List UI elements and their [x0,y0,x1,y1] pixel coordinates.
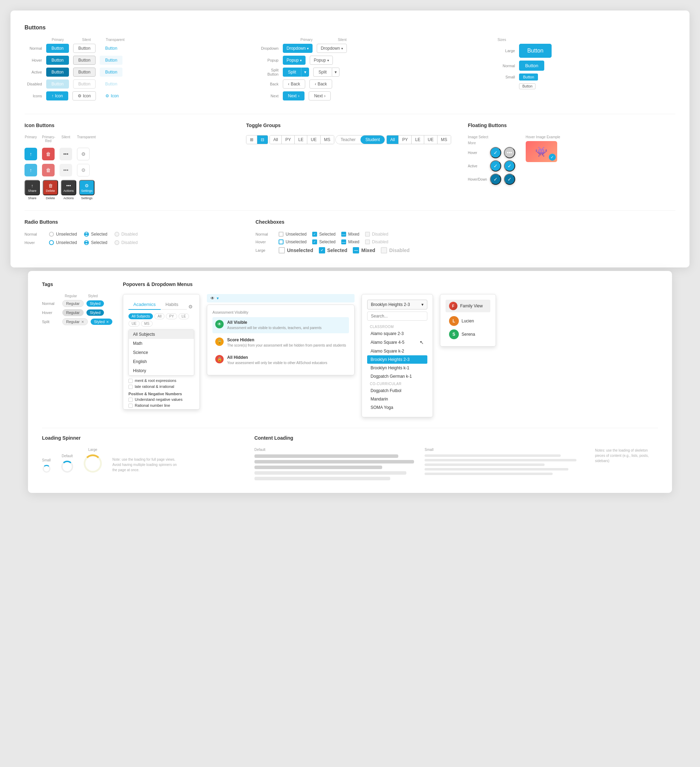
visibility-all-visible[interactable]: 👁 All Visible Assessment will be visible… [212,317,349,333]
family-member-lucien[interactable]: L Lucien [445,314,490,328]
classroom-item-1[interactable]: Alamo square 2-3 [367,329,427,338]
tag-regular-hover[interactable]: Regular [62,309,84,316]
filter-ms[interactable]: MS [141,321,153,326]
radio-unselected-normal[interactable]: Unselected [49,232,77,237]
btn-transparent-normal[interactable]: Button [100,44,123,53]
std-checkbox-4[interactable] [129,404,133,408]
toggle-teacher[interactable]: Teacher [336,135,361,144]
tag-regular-normal[interactable]: Regular [62,300,84,307]
actions-dark-btn[interactable]: •••Actions [61,180,76,195]
icon-btn-settings-transparent[interactable]: ⚙ [77,148,90,160]
classroom-item-3[interactable]: Alamo Square k-2 [367,347,427,355]
btn-back-silent[interactable]: Back [309,80,332,89]
toggle-all-2[interactable]: All [387,135,399,144]
btn-primary-normal[interactable]: Button [46,44,69,53]
tag-regular-split[interactable]: Regular ✕ [62,318,88,325]
toggle-filter-ms[interactable]: MS [321,135,334,144]
gear-icon[interactable]: ⚙ [187,302,194,311]
split-main-btn[interactable]: Split [283,68,301,77]
visibility-trigger[interactable]: 👁 ▾ [207,294,355,302]
btn-size-small[interactable]: Button [519,73,538,81]
toggle-student[interactable]: Student [361,135,385,144]
btn-icon-silent[interactable]: ⚙ Icon [72,91,96,100]
classroom-search-input[interactable] [367,312,427,321]
btn-size-normal[interactable]: Button [519,60,544,71]
toggle-filter-py[interactable]: PY [282,135,295,144]
cursor-icon[interactable]: ↖ [420,340,424,345]
float-btn-active-1[interactable]: ✓ [490,160,501,172]
icon-btn-settings-2[interactable]: ⚙ [77,164,90,177]
tag-remove-regular[interactable]: ✕ [81,320,84,324]
std-checkbox-1[interactable] [129,379,133,383]
toggle-py-2[interactable]: PY [399,135,412,144]
co-curricular-item-2[interactable]: Mandarin [367,395,427,403]
btn-transparent-active[interactable]: Button [100,68,123,77]
checkbox-unselected-hover[interactable]: Unselected [278,239,307,244]
tag-styled-hover[interactable]: Styled [86,309,104,316]
btn-popup-silent[interactable]: Popup [310,56,333,65]
classroom-dropdown-header[interactable]: Brooklyn Heights 2-3 ▾ [367,300,427,309]
toggle-grid-view[interactable]: ⊞ [247,135,257,144]
subject-math[interactable]: Math [129,339,194,348]
checkbox-unselected-large[interactable]: Unselected [278,247,313,253]
radio-selected-normal[interactable]: Selected [84,232,107,237]
checkbox-mixed-large[interactable]: — Mixed [353,247,375,253]
share-dark-btn[interactable]: ↑Share [24,180,40,195]
family-member-serena[interactable]: S Serena [445,328,490,341]
btn-transparent-hover[interactable]: Button [100,56,123,65]
split-arrow-silent[interactable]: ▾ [332,68,339,77]
btn-back-primary[interactable]: Back [283,80,305,89]
btn-icon-transparent[interactable]: ⚙ Icon [100,91,124,100]
float-btn-hoverdown-1[interactable]: ✓ [490,173,501,185]
float-btn-hover-1[interactable]: ✓ [490,147,501,158]
float-btn-hover-2[interactable]: ••• [504,147,515,158]
classroom-item-4[interactable]: Brooklyn Heights 2-3 [367,355,427,364]
filter-le[interactable]: LE [178,313,189,319]
toggle-le-2[interactable]: LE [412,135,424,144]
classroom-item-6[interactable]: Dogpatch German k-1 [367,372,427,380]
toggle-list-view[interactable]: ⊟ [257,135,268,144]
filter-all[interactable]: All [154,313,164,319]
std-checkbox-3[interactable] [129,398,133,402]
btn-next-primary[interactable]: Next [283,91,305,100]
icon-btn-delete-red[interactable]: 🗑 [42,148,55,160]
icon-btn-actions-silent[interactable]: ••• [59,148,72,160]
filter-all-subjects[interactable]: All Subjects [129,313,153,319]
checkbox-mixed-hover[interactable]: — Mixed [341,239,360,244]
icon-btn-share-primary[interactable]: ↑ [24,148,37,160]
std-checkbox-2[interactable] [129,385,133,389]
toggle-filter-ue[interactable]: UE [307,135,321,144]
settings-dark-btn[interactable]: ⚙Settings [79,180,94,195]
toggle-filter-le[interactable]: LE [295,135,307,144]
visibility-score-hidden[interactable]: 🔒 Score Hidden The score(s) from your as… [212,335,349,351]
toggle-filter-all[interactable]: All [270,135,282,144]
tag-remove-styled[interactable]: ✕ [106,320,109,324]
btn-icon-primary[interactable]: ↑ Icon [46,91,68,100]
tag-styled-normal[interactable]: Styled [86,300,104,307]
toggle-ue-2[interactable]: UE [424,135,438,144]
btn-silent-hover[interactable]: Button [73,56,96,65]
subject-history[interactable]: History [129,366,194,375]
btn-primary-active[interactable]: Button [46,68,69,77]
btn-silent-normal[interactable]: Button [73,44,96,53]
btn-dropdown-primary[interactable]: Dropdown [283,44,313,53]
radio-unselected-hover[interactable]: Unselected [49,240,77,245]
radio-selected-hover[interactable]: Selected [84,240,107,245]
habits-tab[interactable]: Habits [161,300,183,310]
checkbox-selected-hover[interactable]: ✓ Selected [312,239,336,244]
split-main-silent[interactable]: Split [313,68,332,77]
delete-dark-btn[interactable]: 🗑Delete [43,180,58,195]
btn-dropdown-silent[interactable]: Dropdown [317,44,347,53]
subject-science[interactable]: Science [129,348,194,357]
subject-english[interactable]: English [129,357,194,366]
classroom-item-5[interactable]: Brooklyn Heights k-1 [367,364,427,372]
checkbox-unselected-normal[interactable]: Unselected [278,232,307,237]
family-view-header[interactable]: F Family View [445,300,490,312]
icon-btn-delete-red-2[interactable]: 🗑 [42,164,55,177]
btn-next-silent[interactable]: Next [309,91,331,100]
checkbox-selected-large[interactable]: ✓ Selected [319,247,348,253]
split-arrow-btn[interactable]: ▾ [301,68,309,77]
float-btn-active-2[interactable]: ✓ [504,160,515,172]
toggle-ms-2[interactable]: MS [438,135,451,144]
classroom-item-2[interactable]: Alamo Square 4-5 ↖ [367,338,427,347]
